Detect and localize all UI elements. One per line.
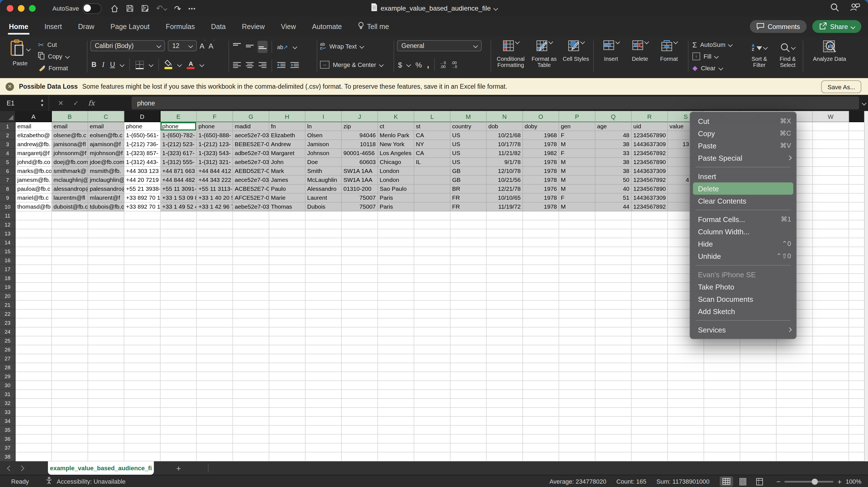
cell-A29[interactable] [16,372,52,381]
cell-G9[interactable]: AFCE52E7-03 [233,194,269,202]
undo-button[interactable]: ↶ [156,3,167,13]
cell-W14[interactable] [813,238,849,247]
cell-E32[interactable] [160,399,197,408]
cell-N19[interactable] [487,283,523,292]
cell-U30[interactable] [740,381,777,390]
row-header-8[interactable]: 8 [0,184,16,194]
cell-W29[interactable] [813,372,849,381]
cell-Q28[interactable] [595,363,632,372]
cell-K17[interactable] [378,265,414,274]
cell-L3[interactable]: NY [414,140,451,149]
cell-O38[interactable] [523,452,559,461]
font-color-chevron-icon[interactable] [199,62,204,67]
cell-L6[interactable] [414,167,451,176]
cell-H38[interactable] [269,452,306,461]
cell-J33[interactable] [342,408,378,417]
cell-Q25[interactable] [595,336,632,345]
bold-button[interactable]: B [91,61,96,68]
cell-G24[interactable] [233,327,269,336]
cell-B10[interactable]: duboist@fb.c [52,202,88,211]
cell-F23[interactable] [197,318,233,327]
cell-A3[interactable]: andrewj@fb. [16,140,52,149]
cell-F15[interactable] [197,247,233,256]
cell-E8[interactable]: +55 11 3091- [160,184,197,194]
cell-O25[interactable] [523,336,559,345]
cell-G23[interactable] [233,318,269,327]
cell-C12[interactable] [88,220,124,229]
cell-C2[interactable]: eolsen@fb.c [88,131,124,140]
cell-C38[interactable] [88,452,124,461]
cell-R33[interactable] [632,408,668,417]
cell-G7[interactable]: aece52e7-03 [233,176,269,184]
cell-P13[interactable] [559,229,595,238]
cell-E9[interactable]: +33 1 53 09 8 [160,194,197,202]
cell-C6[interactable]: msmith@fb. [88,167,124,176]
cell-F24[interactable] [197,327,233,336]
cell-D2[interactable]: 1-(650)-561- [124,131,160,140]
cell-M23[interactable] [451,318,487,327]
cell-O37[interactable] [523,443,559,452]
cell-B27[interactable] [52,354,88,363]
cell-G17[interactable] [233,265,269,274]
cell-F11[interactable] [197,211,233,220]
cell-R26[interactable] [632,345,668,354]
cell-C16[interactable] [88,256,124,265]
cell-I25[interactable] [306,336,342,345]
currency-format-button[interactable]: $ [398,60,402,69]
cell-D4[interactable]: 1-(323) 857- [124,149,160,158]
cell-O12[interactable] [523,220,559,229]
cell-L33[interactable] [414,408,451,417]
cell-H31[interactable] [269,390,306,399]
cell-Q29[interactable] [595,372,632,381]
cell-E38[interactable] [160,452,197,461]
cell-J32[interactable] [342,399,378,408]
cell-V34[interactable] [777,417,813,426]
row-header-37[interactable]: 37 [0,443,16,452]
cell-T28[interactable] [704,363,740,372]
cell-D7[interactable]: +44 20 7219 [124,176,160,184]
column-header-W[interactable]: W [813,111,849,122]
cell-M4[interactable]: US [451,149,487,158]
cell-K12[interactable] [378,220,414,229]
cell-K9[interactable]: Paris [378,194,414,202]
cell-K29[interactable] [378,372,414,381]
cell-R20[interactable] [632,292,668,301]
cell-R27[interactable] [632,354,668,363]
cell-I38[interactable] [306,452,342,461]
cell-G8[interactable]: ACBE52E7-03 [233,184,269,194]
insert-function-icon[interactable]: fx [88,99,94,107]
cell-K6[interactable]: London [378,167,414,176]
cell-G27[interactable] [233,354,269,363]
cell-B19[interactable] [52,283,88,292]
cell-I22[interactable] [306,310,342,318]
cell-K37[interactable] [378,443,414,452]
cell-I11[interactable] [306,211,342,220]
context-menu-item-cut[interactable]: Cut⌘X [690,115,796,127]
row-header-6[interactable]: 6 [0,167,16,176]
feedback-icon[interactable] [850,3,860,14]
comma-format-button[interactable]: , [427,62,429,67]
cell-T29[interactable] [704,372,740,381]
cell-S28[interactable] [668,363,704,372]
cell-I8[interactable]: Alessandro [306,184,342,194]
cell-Q38[interactable] [595,452,632,461]
context-menu-item-add-sketch[interactable]: Add Sketch [690,305,796,317]
cell-M34[interactable] [451,417,487,426]
cell-O13[interactable] [523,229,559,238]
cell-P24[interactable] [559,327,595,336]
tab-review[interactable]: Review [242,17,265,36]
cell-L36[interactable] [414,435,451,443]
cell-P4[interactable]: F [559,149,595,158]
cell-I27[interactable] [306,354,342,363]
cell-I10[interactable]: Dubois [306,202,342,211]
cell-H28[interactable] [269,363,306,372]
analyze-data-button[interactable]: Analyze Data [813,40,846,62]
cell-J15[interactable] [342,247,378,256]
cell-O2[interactable]: 1968 [523,131,559,140]
cell-N1[interactable]: dob [487,122,523,131]
cell-F12[interactable] [197,220,233,229]
row-header-4[interactable]: 4 [0,149,16,158]
cell-U35[interactable] [740,426,777,435]
cell-K5[interactable]: Chicago [378,158,414,167]
row-header-30[interactable]: 30 [0,381,16,390]
